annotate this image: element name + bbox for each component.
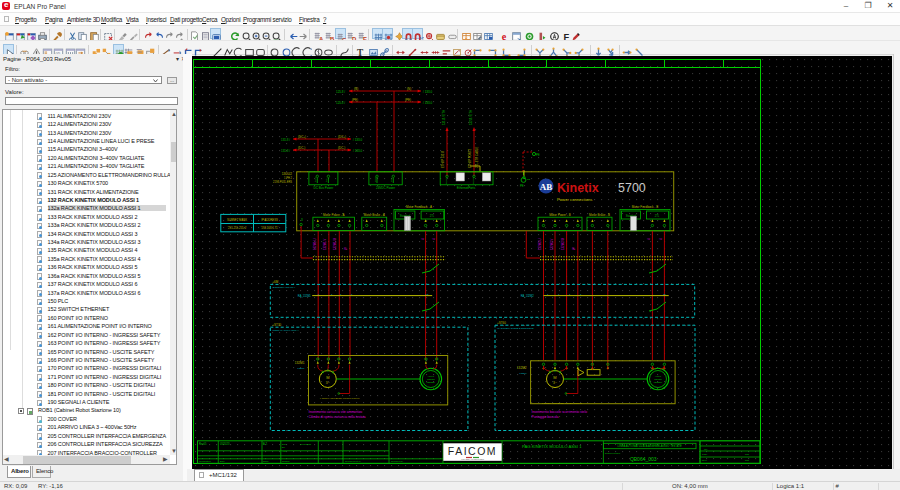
svg-text:= MU: = MU [702,448,708,450]
svg-text:/ 133.0: / 133.0 [423,101,433,105]
svg-text:125.8 /: 125.8 / [336,90,345,94]
svg-text:Date: Date [220,460,225,462]
svg-text:132M2: 132M2 [517,366,527,370]
svg-text:132M2-U: 132M2-U [538,238,542,250]
svg-text:LINEA AUTOMATIZZATA ASSEMBLAGG: LINEA AUTOMATIZZATA ASSEMBLAGGIO TESTATE [618,444,683,448]
svg-text:PAG.KINETIX MODULO ASSI 1: PAG.KINETIX MODULO ASSI 1 [522,444,582,449]
svg-text:(DC+): (DC+) [298,135,306,139]
svg-text:3~: 3~ [553,381,557,385]
svg-text:Inserimento cartuccia vite amm: Inserimento cartuccia vite ammortizo [309,410,363,414]
svg-text:Cilindro di spinta cartuccia n: Cilindro di spinta cartuccia nella testa… [309,415,366,419]
svg-text:(TESTATA RULLATURA): (TESTATA RULLATURA) [272,329,299,332]
svg-text:QE064_003: QE064_003 [630,456,657,462]
svg-text:EthernetPorts: EthernetPorts [457,186,476,190]
svg-text:(DC+): (DC+) [338,135,346,139]
svg-text:W: W [572,247,576,250]
svg-text:Inserimento boccole scorriment: Inserimento boccole scorrimento stelo [532,410,588,414]
svg-text:A.T.: A.T. [263,442,268,446]
svg-text:HIPFC: HIPFC [655,375,662,377]
svg-text:(DC-): (DC-) [338,146,345,150]
svg-text:Page: Page [702,453,708,455]
svg-text:24V-: 24V- [390,177,393,182]
svg-text:Drawing number: Drawing number [605,452,621,454]
svg-text:2TL-ETH CABLE: 2TL-ETH CABLE [475,147,479,168]
svg-text:130U2: 130U2 [282,172,292,176]
svg-text:/ 133.0: / 133.0 [353,138,363,142]
svg-text:+ST30: +ST30 [272,323,281,327]
svg-text:27/05/2023: 27/05/2023 [300,443,312,445]
svg-text:Motor Power - B: Motor Power - B [549,213,571,217]
svg-text:2TL: 2TL [655,214,660,218]
svg-text:Date: Date [282,443,287,445]
svg-text:131.8 / ETH: 131.8 / ETH [442,110,446,125]
svg-text:DC-: DC- [325,178,328,182]
svg-text:24V+: 24V+ [374,176,377,182]
svg-text:24VDC Power: 24VDC Power [376,186,395,190]
svg-text:(BORDOMACCHINA): (BORDOMACCHINA) [272,286,295,289]
svg-text:Name: Name [263,460,270,462]
svg-text:132P6: 132P6 [519,372,527,375]
svg-text:Motor Power - A: Motor Power - A [323,213,345,217]
svg-text:(N): (N) [354,87,358,91]
svg-text:/ 133.0: / 133.0 [353,149,363,153]
svg-text:MOTOR: MOTOR [427,378,435,380]
svg-text:DC Bus Power: DC Bus Power [314,186,334,190]
svg-text:FAICOM: FAICOM [448,445,497,457]
svg-text:PE: PE [536,153,540,157]
svg-text:ETH/IP 132.8: ETH/IP 132.8 [441,151,445,168]
svg-text:4-RUN/FAULT/STOP-FW/SW PULLM: 4-RUN/FAULT/STOP-FW/SW PULLM [542,402,582,405]
svg-text:'192.168.1.71': '192.168.1.71' [261,226,279,230]
svg-text:RA_132M2: RA_132M2 [521,294,535,298]
svg-text:M: M [553,375,556,380]
svg-text:(N): (N) [407,87,411,91]
svg-text:131.8 /: 131.8 / [281,138,290,142]
svg-text:RA_132M1: RA_132M1 [298,294,312,298]
svg-text:Replaced by: Replaced by [391,460,404,462]
svg-text:Puntaggio boccola: Puntaggio boccola [532,415,559,419]
svg-text:Motor Brake - B: Motor Brake - B [589,213,610,217]
svg-text:+ST60: +ST60 [497,321,506,325]
svg-text:W: W [344,247,348,250]
svg-text:PORT2: PORT2 [472,176,474,184]
svg-text:PE: PE [520,184,524,188]
svg-text:SUBNET MASK: SUBNET MASK [227,218,247,222]
svg-text:Motor Feedback - A: Motor Feedback - A [406,205,432,209]
svg-text:125.8 /: 125.8 / [336,101,345,105]
svg-text:(PE): (PE) [405,98,411,102]
svg-text:Motor Feedback - B: Motor Feedback - B [632,205,658,209]
svg-text:132.8 / ETH: 132.8 / ETH [469,110,473,125]
svg-text:+6M: +6M [272,280,278,284]
svg-text:Motor Brake - A: Motor Brake - A [364,213,385,217]
svg-text:1 PH 2: 1 PH 2 [284,176,292,180]
svg-text:Original: Original [282,460,290,462]
svg-text:132P6: 132P6 [297,367,305,370]
svg-text:DC+: DC+ [314,177,317,182]
svg-text:Modification: Modification [199,460,211,462]
svg-text:(RASTREMAZIONE E BOCCOLE): (RASTREMAZIONE E BOCCOLE) [497,327,534,330]
svg-text:FEEDBK: FEEDBK [427,381,436,383]
svg-text:FLEXIBLE AIR SOLUTIONS: FLEXIBLE AIR SOLUTIONS [461,458,484,460]
svg-text:131.8 /: 131.8 / [281,149,290,153]
svg-text:Next: Next [702,459,707,461]
svg-text:Rev05: Rev05 [199,442,207,446]
svg-text:FEEDBK: FEEDBK [654,381,663,383]
svg-text:(DC-): (DC-) [298,146,305,150]
svg-text:PE: PE [527,178,531,181]
svg-text:M: M [326,375,329,380]
svg-text:4-RUN/FAULT/STOP-FW/SW PULLM: 4-RUN/FAULT/STOP-FW/SW PULLM [320,397,360,400]
svg-text:PORT1: PORT1 [445,176,447,184]
svg-text:'255.255.255.0': '255.255.255.0' [228,226,247,230]
svg-text:AB: AB [540,182,553,192]
svg-text:Power connections: Power connections [557,197,592,202]
svg-text:2TL: 2TL [430,214,435,218]
svg-text:3~: 3~ [326,381,330,385]
svg-text:5700: 5700 [618,181,646,195]
svg-text:IP ADDRESS: IP ADDRESS [261,218,278,222]
svg-text:(PE): (PE) [352,98,358,102]
svg-text:132M2-V: 132M2-V [550,239,554,250]
svg-text:HIPFC: HIPFC [428,375,435,377]
svg-text:132M1-W: 132M1-W [333,238,337,250]
svg-text:2198-P031-ERS: 2198-P031-ERS [273,180,292,184]
svg-text:/ 133.0: / 133.0 [423,90,433,94]
svg-text:Replacement of: Replacement of [345,460,361,462]
